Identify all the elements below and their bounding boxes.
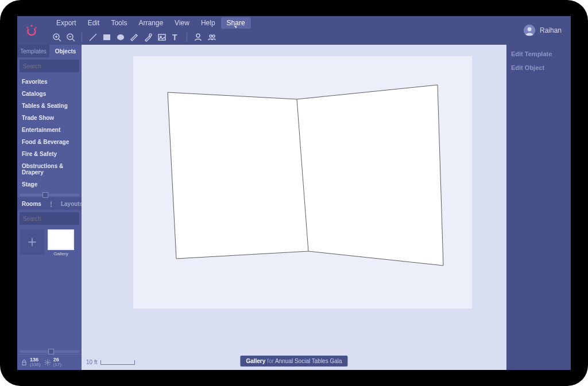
user-name: Raihan xyxy=(540,26,562,34)
image-tool-icon[interactable] xyxy=(157,32,167,42)
body: Templates Objects Favorites Catalogs Tab… xyxy=(17,45,571,370)
svg-marker-31 xyxy=(168,85,443,266)
scale-bar-icon xyxy=(100,360,135,365)
svg-rect-12 xyxy=(103,34,110,40)
rooms-layouts-tabs: Rooms ⋮ Layouts ⋮ xyxy=(17,197,82,210)
menu-tools[interactable]: Tools xyxy=(105,17,133,29)
menu-column: Export Edit Tools Arrange View Help Shar… xyxy=(46,16,524,45)
add-layout-button[interactable] xyxy=(20,229,45,255)
menu-edit[interactable]: Edit xyxy=(82,17,106,29)
right-panel: Edit Template Edit Object xyxy=(506,45,571,370)
vertical-split-handle[interactable] xyxy=(20,194,79,196)
canvas-footer[interactable]: Gallery for Annual Social Tables Gala xyxy=(240,356,347,366)
menu-view[interactable]: View xyxy=(169,17,195,29)
svg-rect-29 xyxy=(22,362,26,365)
svg-point-20 xyxy=(212,35,215,37)
toolbar-divider xyxy=(82,33,82,42)
svg-point-3 xyxy=(35,27,36,28)
svg-point-2 xyxy=(26,27,28,28)
svg-point-19 xyxy=(210,35,212,37)
avatar-icon xyxy=(524,25,535,36)
tab-objects[interactable]: Objects xyxy=(49,45,82,57)
main-menu: Export Edit Tools Arrange View Help Shar… xyxy=(46,16,524,30)
rooms-search[interactable] xyxy=(20,212,79,225)
tab-rooms[interactable]: Rooms xyxy=(17,197,46,210)
cat-catalogs[interactable]: Catalogs xyxy=(17,88,82,100)
scale-indicator: 10 ft xyxy=(86,359,135,365)
canvas[interactable]: 10 ft Gallery for Annual Social Tables G… xyxy=(82,45,506,370)
zoom-in-icon[interactable] xyxy=(52,32,62,42)
menu-export[interactable]: Export xyxy=(51,17,82,29)
tab-templates[interactable]: Templates xyxy=(17,45,49,57)
cat-tables-seating[interactable]: Tables & Seating xyxy=(17,100,82,112)
cat-entertainment[interactable]: Entertainment xyxy=(17,124,82,136)
edit-template-link[interactable]: Edit Template xyxy=(511,50,566,57)
eyedropper-icon[interactable] xyxy=(143,32,153,42)
ellipse-tool-icon[interactable] xyxy=(115,32,126,42)
logo-icon xyxy=(24,23,39,38)
status-settings-count: 26 (17) xyxy=(53,357,61,367)
person-tool-icon[interactable] xyxy=(193,32,203,42)
svg-point-14 xyxy=(149,34,152,36)
zoom-out-icon[interactable] xyxy=(65,32,76,42)
layout-thumbnails: Gallery xyxy=(17,226,82,260)
objects-search[interactable] xyxy=(20,60,79,72)
tablet-frame: Export Edit Tools Arrange View Help Shar… xyxy=(0,0,588,386)
menu-arrange[interactable]: Arrange xyxy=(133,17,169,29)
layout-thumb-gallery[interactable]: Gallery xyxy=(47,229,75,256)
footer-event: Annual Social Tables Gala xyxy=(275,358,342,364)
svg-point-18 xyxy=(196,34,200,37)
rectangle-tool-icon[interactable] xyxy=(102,32,112,42)
text-tool-icon[interactable]: T xyxy=(171,32,181,42)
user-menu[interactable]: Raihan xyxy=(524,16,571,45)
svg-line-11 xyxy=(90,34,96,41)
app-screen: Export Edit Tools Arrange View Help Shar… xyxy=(17,16,571,370)
sidebar-tabs: Templates Objects xyxy=(17,45,82,57)
pen-tool-icon[interactable] xyxy=(129,32,140,42)
toolbar-divider-2 xyxy=(187,33,187,42)
layout-thumb-label: Gallery xyxy=(53,251,68,256)
plus-icon xyxy=(26,236,38,248)
cat-trade-show[interactable]: Trade Show xyxy=(17,112,82,124)
top-bar: Export Edit Tools Arrange View Help Shar… xyxy=(17,16,571,45)
app-logo[interactable] xyxy=(17,16,46,45)
cat-favorites[interactable]: Favorites xyxy=(17,76,82,88)
cat-fire-safety[interactable]: Fire & Safety xyxy=(17,148,82,160)
edit-object-link[interactable]: Edit Object xyxy=(511,64,566,71)
cat-food-beverage[interactable]: Food & Beverage xyxy=(17,136,82,148)
svg-point-1 xyxy=(30,25,32,26)
svg-line-5 xyxy=(59,39,61,41)
bottom-split-handle[interactable] xyxy=(20,350,79,353)
cat-obstructions-drapery[interactable]: Obstructions & Drapery xyxy=(17,160,82,178)
line-tool-icon[interactable] xyxy=(88,32,98,42)
status-locked[interactable]: 136 (136) xyxy=(21,357,41,367)
toolbar: T xyxy=(46,30,524,45)
sidebar-spacer xyxy=(17,260,82,349)
layout-thumb-preview xyxy=(48,229,74,250)
cursor-icon xyxy=(234,25,238,29)
footer-room: Gallery xyxy=(246,358,265,364)
sidebar-status-bar: 136 (136) 26 (17) xyxy=(17,354,82,370)
left-sidebar: Templates Objects Favorites Catalogs Tab… xyxy=(17,45,82,370)
svg-text:T: T xyxy=(172,33,177,42)
status-settings[interactable]: 26 (17) xyxy=(44,357,61,367)
group-tool-icon[interactable] xyxy=(207,32,217,42)
scale-label: 10 ft xyxy=(86,359,97,365)
gear-icon xyxy=(44,359,51,366)
menu-help[interactable]: Help xyxy=(195,17,221,29)
svg-point-30 xyxy=(47,361,48,363)
footer-sep: for xyxy=(267,358,274,364)
category-list: Favorites Catalogs Tables & Seating Trad… xyxy=(17,73,82,193)
cat-stage[interactable]: Stage xyxy=(17,178,82,190)
floorplan-shape[interactable] xyxy=(162,82,449,271)
lock-icon xyxy=(21,359,28,366)
status-locked-count: 136 (136) xyxy=(30,357,41,367)
svg-point-22 xyxy=(527,28,531,32)
svg-line-9 xyxy=(72,39,75,41)
rooms-menu-icon[interactable]: ⋮ xyxy=(46,201,56,207)
menu-share[interactable]: Share xyxy=(221,17,251,29)
svg-point-13 xyxy=(117,34,124,40)
